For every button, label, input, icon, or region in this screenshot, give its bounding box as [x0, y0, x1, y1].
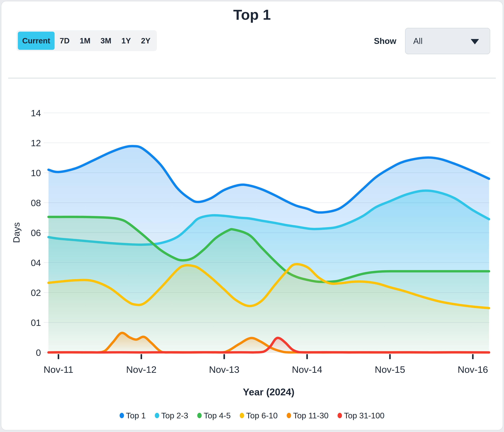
legend-dot-icon	[287, 413, 291, 418]
y-tick-label: 12	[31, 138, 41, 148]
legend-label: Top 4-5	[204, 411, 231, 420]
y-tick-label: 14	[31, 108, 41, 118]
legend-label: Top 31-100	[344, 411, 384, 420]
x-tick-label: Nov-12	[126, 364, 157, 375]
x-tick-label: Nov-13	[209, 364, 240, 375]
legend-dot-icon	[155, 413, 159, 418]
x-tick-label: Nov-15	[375, 364, 405, 375]
legend-item-3[interactable]: Top 4-5	[197, 411, 231, 420]
legend-item-1[interactable]: Top 1	[120, 411, 146, 420]
y-tick-label: 01	[31, 318, 41, 328]
series-group	[48, 146, 489, 353]
legend-dot-icon	[240, 413, 244, 418]
x-axis-title: Year (2024)	[48, 386, 489, 397]
y-tick-label: 08	[31, 198, 41, 208]
x-axis: Nov-11Nov-12Nov-13Nov-14Nov-15Nov-16	[44, 354, 488, 375]
legend-dot-icon	[120, 413, 124, 418]
x-tick-label: Nov-11	[44, 364, 73, 375]
legend-item-6[interactable]: Top 31-100	[338, 411, 384, 420]
y-tick-label: 06	[31, 228, 41, 238]
legend-dot-icon	[197, 413, 202, 418]
area-chart: 00102040608101214Nov-11Nov-12Nov-13Nov-1…	[0, 0, 504, 432]
x-tick-label: Nov-14	[292, 364, 322, 375]
legend-dot-icon	[338, 413, 342, 418]
legend-item-2[interactable]: Top 2-3	[155, 411, 188, 420]
y-tick-label: 02	[31, 288, 41, 298]
y-tick-label: 0	[36, 347, 41, 358]
legend-item-4[interactable]: Top 6-10	[240, 411, 278, 420]
legend-label: Top 11-30	[293, 411, 328, 420]
legend-item-5[interactable]: Top 11-30	[287, 411, 328, 420]
y-tick-label: 10	[31, 168, 41, 178]
y-axis-title: Days	[11, 222, 22, 243]
chart-legend: Top 1Top 2-3Top 4-5Top 6-10Top 11-30Top …	[0, 408, 504, 423]
legend-label: Top 2-3	[161, 411, 188, 420]
legend-label: Top 1	[126, 411, 146, 420]
x-tick-label: Nov-16	[458, 364, 488, 375]
legend-label: Top 6-10	[246, 411, 278, 420]
y-tick-label: 04	[31, 258, 41, 268]
